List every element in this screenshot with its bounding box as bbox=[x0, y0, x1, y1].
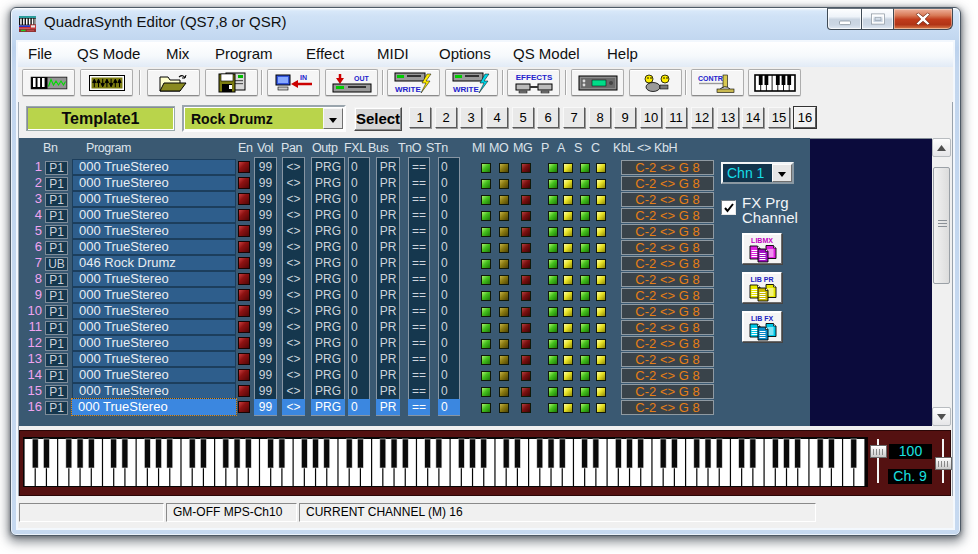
svg-text:WRITE: WRITE bbox=[395, 85, 421, 94]
svg-text:OUT: OUT bbox=[354, 75, 370, 82]
svg-text:WRITE: WRITE bbox=[453, 85, 479, 94]
svg-text:EFFECTS: EFFECTS bbox=[515, 73, 552, 82]
svg-text:IN: IN bbox=[300, 74, 307, 81]
svg-text:CONTR: CONTR bbox=[698, 75, 723, 82]
